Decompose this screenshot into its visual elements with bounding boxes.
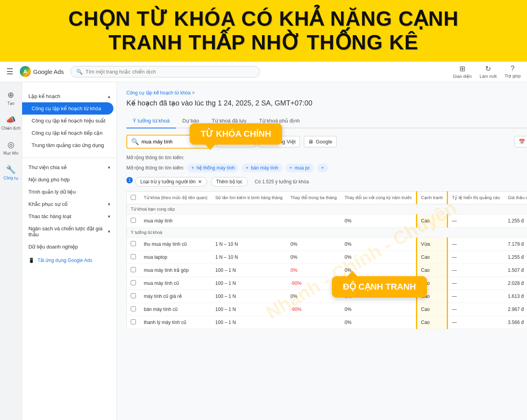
giao-dien-button[interactable]: ⊞ Giao diện (453, 64, 472, 79)
expand-label: Mở rộng thông tin tìm kiếm: (126, 155, 184, 160)
competition-cell: Cao (416, 290, 447, 303)
left-panel: ⊕ Tạo 📣 Chiến dịch ◎ Mục tiêu 🔧 Công cụ … (0, 82, 117, 420)
row-checkbox[interactable] (131, 267, 136, 272)
sidebar-ngan-sach-header[interactable]: Ngân sách và chiến lược đặt giá thầu (22, 222, 117, 241)
network-label: Google (316, 139, 332, 145)
bid-text: 1.255 đ (508, 218, 524, 224)
hamburger-icon[interactable]: ☰ (6, 67, 13, 76)
section-label: Nội dung phù hợp (28, 177, 70, 183)
yoy-cell: 0% (341, 250, 416, 264)
top-nav: ☰ A Google Ads 🔍 ⊞ Giao diện ↻ Làm mới ?… (0, 62, 527, 82)
monthly-cell: 100 – 1 N (211, 277, 286, 290)
app-layout: ⊕ Tạo 📣 Chiến dịch ◎ Mục tiêu 🔧 Công cụ … (0, 82, 527, 420)
tab-label: Dự báo (182, 118, 199, 124)
sidebar-icon-cong-cu[interactable]: 🔧 Công cụ (0, 160, 22, 185)
row-checkbox[interactable] (131, 319, 136, 324)
chip-ban-may[interactable]: + bán máy tính (242, 164, 282, 172)
result-count: Có 1.525 ý tưởng từ khóa (255, 179, 309, 185)
table-row: bán máy tính cũ 100 – 1 N -90% 0% Cao — … (127, 303, 527, 316)
close-icon[interactable]: ✕ (198, 179, 202, 185)
col-yoy: Thay đổi so với cùng kỳ năm trước (341, 191, 416, 204)
sidebar-quan-ly-header[interactable]: Trình quản lý dữ liệu (22, 186, 117, 198)
table-row: mua máy tính cũ 100 – 1 N -90% 0% Cao — … (127, 277, 527, 290)
sidebar-item-tiep-can[interactable]: Công cụ lập kế hoạch tiếp cận (22, 127, 117, 139)
monthly-cell: 100 – 1 N (211, 290, 286, 303)
plus-circle-icon: ⊕ (8, 90, 14, 100)
ad-share-cell: — (448, 237, 504, 250)
section-label: Khắc phục sự cố (28, 201, 68, 207)
table-row: mua máy tính trả góp 100 – 1 N 0% 0% Cao… (127, 264, 527, 277)
sidebar-item-hieu-suat[interactable]: Công cụ lập kế hoạch hiệu suất (22, 115, 117, 127)
select-all-checkbox[interactable] (131, 195, 136, 200)
table-row: máy tính cũ giá rẻ 100 – 1 N 0% 0% Cao —… (127, 290, 527, 303)
network-select[interactable]: 🖥 Google (304, 136, 337, 147)
three-month-cell: -90% (286, 303, 341, 316)
keyword-text: mua máy tính (144, 218, 173, 224)
plus-icon: + (290, 165, 292, 171)
date-range-picker[interactable]: 📅 Tháng 1 – Tháng 12 2024 (514, 136, 527, 147)
chip-mua-pc[interactable]: + mua pc (286, 164, 314, 172)
row-competition-cell: Cao (416, 214, 447, 227)
section-label: Trình quản lý dữ liệu (28, 189, 76, 195)
row-checkbox-cell (127, 214, 140, 227)
tro-giup-button[interactable]: ? Trợ giúp (504, 64, 521, 79)
keyword-cell: máy tính cũ giá rẻ (140, 290, 211, 303)
tab-y-tuong[interactable]: Ý tưởng từ khoá (126, 114, 176, 128)
chip-label: bán máy tính (251, 165, 278, 171)
breadcrumb[interactable]: Công cụ lập kế hoạch từ khóa > (126, 90, 527, 96)
ad-share-cell: — (448, 303, 504, 316)
global-search-input[interactable] (86, 69, 254, 75)
yoy-text: 0% (344, 218, 351, 224)
expand-row: Mở rộng thông tin tìm kiếm: + hệ thống m… (126, 164, 527, 172)
sidebar-item-ung-dung[interactable]: Trung tâm quảng cáo ứng dụng (22, 139, 117, 151)
sidebar-noi-dung-header[interactable]: Nội dung phù hợp (22, 173, 117, 186)
add-filter-label: Thêm bộ lọc (216, 179, 243, 185)
sidebar-section-lap-ke-hoach-header[interactable]: Lập kế hoạch (22, 90, 117, 102)
lam-moi-button[interactable]: ↻ Làm mới (480, 64, 497, 79)
sidebar-icon-chien-dich[interactable]: 📣 Chiến dịch (0, 110, 22, 135)
chip-he-thong[interactable]: + hệ thống máy tính (187, 164, 239, 172)
col-checkbox (127, 191, 140, 204)
sidebar-bottom-link[interactable]: 📱 Tải ứng dụng Google Ads (22, 253, 117, 268)
logo-text: Google Ads (33, 68, 64, 75)
table-row: mua máy tính 0% Cao (127, 214, 527, 227)
active-filter-chip[interactable]: Loại trừ ý tưởng người lớn ✕ (135, 177, 207, 186)
sidebar: Lập kế hoạch Công cụ lập kế hoạch từ khó… (22, 82, 117, 420)
chevron-down-icon (108, 213, 110, 219)
row-checkbox[interactable] (131, 218, 136, 223)
divider (22, 158, 117, 158)
ad-share-cell: — (448, 264, 504, 277)
chevron-down-icon (108, 228, 110, 234)
sidebar-thu-vien-header[interactable]: Thư viện chia sẻ (22, 161, 117, 173)
sidebar-icon-muc-tieu[interactable]: ◎ Mục tiêu (0, 135, 22, 160)
filter-row: ⚙ 1 Loại trừ ý tưởng người lớn ✕ Thêm bộ… (126, 177, 527, 186)
add-filter-btn[interactable]: Thêm bộ lọc (211, 177, 248, 186)
competition-cell: Cao (416, 264, 447, 277)
sidebar-du-lieu-header[interactable]: Dữ liệu doanh nghiệp (22, 241, 117, 253)
sidebar-thao-tac-header[interactable]: Thao tác hàng loạt (22, 210, 117, 222)
section-label-text: Từ khoá bạn cung cấp (127, 204, 527, 214)
sidebar-item-tu-khoa[interactable]: Công cụ lập kế hoạch từ khóa (22, 102, 113, 115)
filter-icon-btn[interactable]: ⚙ 1 (126, 179, 131, 185)
sidebar-khac-phuc-header[interactable]: Khắc phục sự cố (22, 198, 117, 210)
row-checkbox[interactable] (131, 241, 136, 246)
section-label: Thao tác hàng loạt (28, 213, 71, 219)
tab-label: Từ khoá đã lưu (212, 118, 247, 124)
global-search-bar[interactable]: 🔍 (70, 66, 260, 77)
chip-more[interactable]: + (317, 164, 328, 172)
row-checkbox[interactable] (131, 306, 136, 311)
section-label: Thư viện chia sẻ (28, 164, 67, 170)
row-checkbox[interactable] (131, 254, 136, 259)
refresh-icon: ↻ (485, 64, 491, 73)
callout-tu-khoa: TỪ KHÓA CHÍNH (190, 123, 282, 145)
tab-label: Ý tưởng từ khoá (133, 118, 169, 124)
keyword-cell: thu mua máy tính cũ (140, 237, 211, 250)
row-checkbox[interactable] (131, 293, 136, 298)
tro-giup-label: Trợ giúp (504, 73, 521, 79)
filter-chip-label: Loại trừ ý tưởng người lớn (140, 179, 196, 185)
row-keyword-cell: mua máy tính (140, 214, 211, 227)
row-checkbox[interactable] (131, 280, 136, 285)
tao-label: Tạo (8, 101, 15, 105)
expand-label: Mở rộng thông tin tìm kiếm: (126, 165, 184, 171)
sidebar-icon-tao[interactable]: ⊕ Tạo (0, 85, 22, 110)
